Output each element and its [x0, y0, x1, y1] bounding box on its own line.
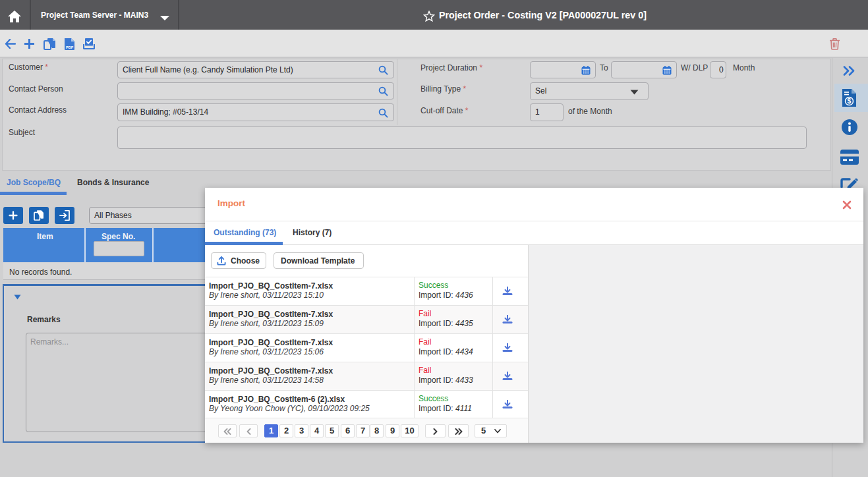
svg-text:$: $	[848, 97, 852, 105]
svg-text:PDF: PDF	[66, 45, 74, 49]
